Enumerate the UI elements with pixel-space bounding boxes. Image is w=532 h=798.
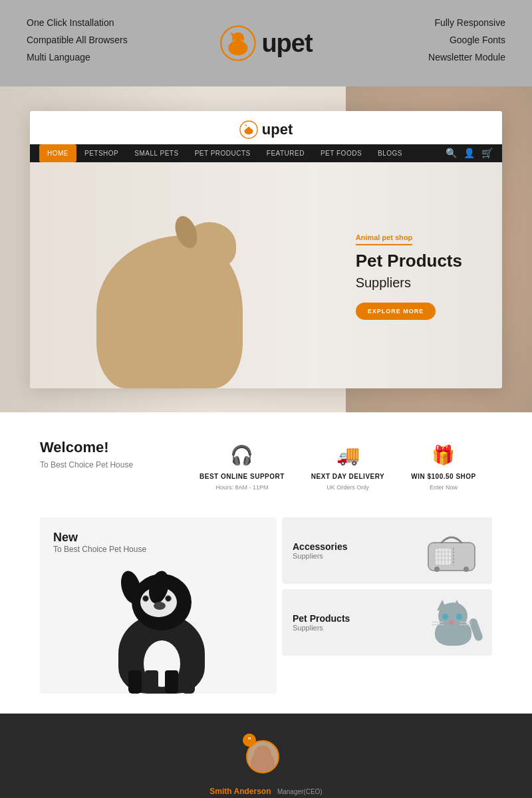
hero-content: Animal pet shop Pet Products Suppliers E… <box>30 162 502 388</box>
accessories-image <box>422 527 481 574</box>
svg-rect-8 <box>435 548 452 565</box>
welcome-features: 🎧 BEST ONLINE SUPPORT Hours: 8AM - 11PM … <box>200 439 492 491</box>
accessories-subtitle: Suppliers <box>293 552 348 560</box>
headset-icon: 🎧 <box>230 444 253 466</box>
top-bar-logo[interactable]: upet <box>219 25 312 62</box>
nav-home[interactable]: HOME <box>39 144 76 162</box>
product-card-accessories[interactable]: Accessories Suppliers <box>282 517 492 584</box>
pet-products-subtitle: Suppliers <box>293 624 350 632</box>
product-new-sublabel: To Best Choice Pet House <box>53 545 146 554</box>
site-nav: HOME PETSHOP SMALL PETS PET PRODUCTS FEA… <box>30 144 502 162</box>
user-icon[interactable]: 👤 <box>464 148 475 158</box>
pet-products-image <box>422 599 481 646</box>
hero-title: Pet Products <box>356 250 462 271</box>
welcome-title: Welcome! <box>40 439 173 456</box>
product-card-pet-products[interactable]: Pet Products Suppliers <box>282 589 492 656</box>
hero-subtitle: Animal pet shop <box>356 233 413 245</box>
top-bar-right: Fully Responsive Google Fonts Newsletter… <box>428 12 505 63</box>
testimonial-section: " Smith Anderson Manager(CEO) There are … <box>0 714 532 798</box>
hero-text-panel: Animal pet shop Pet Products Suppliers E… <box>356 230 462 319</box>
feature-multilang: Multi Language <box>27 52 128 63</box>
feature-win: 🎁 WIN $100.50 SHOP Enter Now <box>411 444 475 491</box>
accessories-title: Accessories <box>293 541 348 552</box>
gift-icon: 🎁 <box>432 444 455 466</box>
hero-section: upet HOME PETSHOP SMALL PETS PET PRODUCT… <box>0 86 532 412</box>
product-card-puppy[interactable]: New To Best Choice Pet House <box>40 517 277 694</box>
feature-win-desc: Enter Now <box>430 484 458 491</box>
svg-point-17 <box>434 567 440 572</box>
testimonial-name: Smith Anderson Manager(CEO) <box>209 787 322 796</box>
nav-icons: 🔍 👤 🛒 <box>446 148 493 158</box>
site-header: upet <box>30 111 502 144</box>
svg-point-5 <box>244 128 253 134</box>
cat-figure <box>425 599 478 646</box>
product-grid-section: New To Best Choice Pet House <box>0 511 532 714</box>
feature-compatible: Compatible All Browsers <box>27 35 128 45</box>
welcome-section: Welcome! To Best Choice Pet House 🎧 BEST… <box>0 412 532 511</box>
nav-petshop[interactable]: PETSHOP <box>76 144 126 162</box>
testimonial-avatar-wrap: " <box>246 740 286 780</box>
accessories-info: Accessories Suppliers <box>293 541 348 560</box>
dog-figure <box>96 202 243 388</box>
nav-pet-products[interactable]: PET PRODUCTS <box>187 144 259 162</box>
site-logo-text: upet <box>262 121 293 138</box>
feature-google-fonts: Google Fonts <box>450 35 505 45</box>
nav-featured[interactable]: FEATURED <box>259 144 313 162</box>
nav-small-pets[interactable]: SMALL PETS <box>126 144 186 162</box>
top-bar: One Click Installation Compatible All Br… <box>0 0 532 86</box>
feature-one-click: One Click Installation <box>27 17 128 28</box>
truck-icon: 🚚 <box>336 444 360 466</box>
cart-icon[interactable]: 🛒 <box>481 148 493 158</box>
search-icon[interactable]: 🔍 <box>446 148 457 158</box>
logo-icon <box>219 25 256 62</box>
hero-inner-card: upet HOME PETSHOP SMALL PETS PET PRODUCT… <box>30 111 502 388</box>
carrier-bag-icon <box>425 529 478 573</box>
pet-products-title: Pet Products <box>293 613 350 624</box>
nav-blogs[interactable]: BLOGS <box>370 144 410 162</box>
feature-delivery-desc: UK Orders Only <box>327 484 369 491</box>
hero-cta-button[interactable]: EXPLORE MORE <box>356 303 436 320</box>
product-new-label: New <box>53 531 78 545</box>
feature-support-desc: Hours: 8AM - 11PM <box>215 484 268 491</box>
feature-win-title: WIN $100.50 SHOP <box>411 473 475 480</box>
avatar-head <box>254 745 271 763</box>
feature-responsive: Fully Responsive <box>434 17 505 28</box>
feature-delivery: 🚚 NEXT DAY DELIVERY UK Orders Only <box>311 444 384 491</box>
feature-newsletter: Newsletter Module <box>428 52 505 63</box>
pet-products-info: Pet Products Suppliers <box>293 613 350 632</box>
logo-text: upet <box>261 29 312 58</box>
feature-delivery-title: NEXT DAY DELIVERY <box>311 473 384 480</box>
quote-icon: " <box>243 733 256 747</box>
site-logo[interactable]: upet <box>30 120 502 139</box>
feature-support: 🎧 BEST ONLINE SUPPORT Hours: 8AM - 11PM <box>200 444 285 491</box>
welcome-subtitle: To Best Choice Pet House <box>40 460 173 469</box>
testimonial-role: Manager(CEO) <box>277 788 323 795</box>
svg-point-18 <box>464 567 469 572</box>
top-bar-left: One Click Installation Compatible All Br… <box>27 12 128 63</box>
welcome-left: Welcome! To Best Choice Pet House <box>40 439 173 469</box>
hero-title2: Suppliers <box>356 275 462 291</box>
site-logo-icon <box>239 120 258 139</box>
puppy-figure <box>98 561 218 694</box>
product-cards-right: Accessories Suppliers <box>282 517 492 694</box>
feature-support-title: BEST ONLINE SUPPORT <box>200 473 285 480</box>
nav-pet-foods[interactable]: PET FOODS <box>313 144 370 162</box>
